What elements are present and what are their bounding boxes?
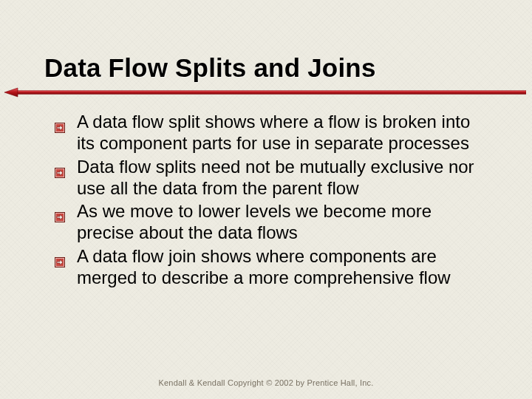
list-item: A data flow join shows where components …: [77, 245, 480, 289]
svg-rect-1: [18, 91, 526, 95]
footer-credit: Kendall & Kendall Copyright © 2002 by Pr…: [0, 378, 532, 387]
bullet-icon: [55, 250, 65, 261]
slide: Data Flow Splits and Joins: [0, 0, 532, 399]
arrow-rule-icon: [4, 87, 526, 98]
bullet-icon: [55, 205, 65, 216]
slide-title: Data Flow Splits and Joins: [44, 53, 488, 83]
bullet-list: A data flow split shows where a flow is …: [44, 111, 488, 288]
bullet-icon: [55, 161, 65, 171]
bullet-icon: [55, 116, 65, 126]
list-item: A data flow split shows where a flow is …: [77, 111, 480, 154]
list-item: Data flow splits need not be mutually ex…: [77, 156, 480, 200]
bullet-text: Data flow splits need not be mutually ex…: [77, 157, 474, 198]
list-item: As we move to lower levels we become mor…: [77, 200, 480, 244]
bullet-text: A data flow join shows where components …: [77, 246, 451, 287]
svg-marker-0: [4, 88, 18, 97]
title-underline: [4, 87, 526, 98]
bullet-text: A data flow split shows where a flow is …: [77, 112, 470, 153]
bullet-text: As we move to lower levels we become mor…: [77, 201, 432, 242]
